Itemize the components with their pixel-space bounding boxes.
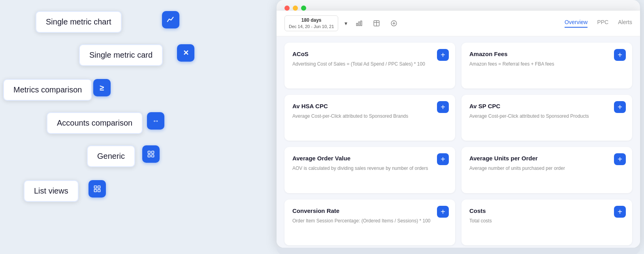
- svg-rect-8: [98, 190, 100, 192]
- metrics-grid: ACoS Advertising Cost of Sales = (Total …: [277, 36, 640, 248]
- metric-title-av-hsa-cpc: Av HSA CPC: [292, 103, 447, 109]
- label-generic[interactable]: Generic: [87, 145, 135, 167]
- accounts-comparison-label: Accounts comparison: [47, 112, 143, 134]
- metrics-comparison-label: Metrics comparison: [3, 79, 92, 101]
- left-panel: Single metric chart Single metric card ✕…: [0, 0, 198, 254]
- metric-desc-costs: Total costs: [469, 217, 624, 224]
- add-av-sp-cpc-button[interactable]: +: [614, 101, 626, 113]
- toolbar: 180 days Dec 14, 20 - Jun 10, 21 ▾: [277, 11, 640, 36]
- list-views-label: List views: [24, 180, 79, 202]
- table-icon[interactable]: [371, 18, 382, 29]
- label-accounts-comparison[interactable]: Accounts comparison ↔: [47, 112, 143, 134]
- svg-rect-4: [152, 155, 154, 157]
- metric-title-amazon-fees: Amazon Fees: [469, 51, 624, 57]
- metric-title-acos: ACoS: [292, 51, 447, 57]
- date-range-picker[interactable]: 180 days Dec 14, 20 - Jun 10, 21: [284, 15, 338, 31]
- metric-card-costs: Costs Total costs +: [461, 199, 632, 245]
- metric-card-av-hsa-cpc: Av HSA CPC Average Cost-per-Click attrib…: [284, 95, 455, 141]
- dropdown-arrow-icon[interactable]: ▾: [345, 20, 347, 26]
- list-views-icon[interactable]: [89, 180, 106, 198]
- tab-ppc[interactable]: PPC: [597, 19, 608, 28]
- add-average-units-per-order-button[interactable]: +: [614, 153, 626, 165]
- svg-rect-5: [94, 186, 97, 188]
- add-average-order-value-button[interactable]: +: [437, 153, 449, 165]
- single-metric-chart-label: Single metric chart: [36, 11, 122, 33]
- svg-rect-11: [361, 21, 362, 26]
- metric-title-av-sp-cpc: Av SP CPC: [469, 103, 624, 109]
- window-close-btn[interactable]: [284, 6, 290, 11]
- svg-rect-3: [148, 155, 151, 157]
- accounts-comparison-icon[interactable]: ↔: [147, 112, 164, 130]
- add-conversion-rate-button[interactable]: +: [437, 206, 449, 218]
- plus-circle-icon[interactable]: [388, 18, 399, 29]
- date-range-days: 180 days: [301, 17, 322, 24]
- label-metrics-comparison[interactable]: Metrics comparison ≥: [3, 79, 92, 101]
- tab-overview[interactable]: Overview: [565, 19, 588, 28]
- generic-icon[interactable]: [142, 145, 160, 163]
- metric-desc-av-sp-cpc: Average Cost-per-Click attributed to Spo…: [469, 113, 624, 120]
- metric-desc-average-order-value: AOV is calculated by dividing sales reve…: [292, 165, 447, 172]
- label-single-metric-card[interactable]: Single metric card ✕: [79, 44, 163, 66]
- svg-rect-7: [94, 190, 97, 192]
- svg-rect-2: [152, 151, 154, 154]
- metric-card-acos: ACoS Advertising Cost of Sales = (Total …: [284, 43, 455, 88]
- svg-rect-9: [357, 23, 358, 26]
- metric-card-average-units-per-order: Average Units per Order Average number o…: [461, 147, 632, 193]
- add-costs-button[interactable]: +: [614, 206, 626, 218]
- metric-title-conversion-rate: Conversion Rate: [292, 207, 447, 214]
- svg-rect-6: [98, 186, 100, 188]
- label-list-views[interactable]: List views: [24, 180, 79, 202]
- browser-bottom-bar: [277, 248, 640, 254]
- svg-rect-1: [148, 151, 151, 154]
- metric-title-costs: Costs: [469, 207, 624, 214]
- add-av-hsa-cpc-button[interactable]: +: [437, 101, 449, 113]
- generic-label: Generic: [87, 145, 135, 167]
- metric-title-average-units-per-order: Average Units per Order: [469, 155, 624, 162]
- metric-desc-amazon-fees: Amazon fees = Referral fees + FBA fees: [469, 60, 624, 68]
- tab-alerts[interactable]: Alerts: [618, 19, 632, 28]
- metric-card-conversion-rate: Conversion Rate Order Item Session Perce…: [284, 199, 455, 245]
- metric-card-average-order-value: Average Order Value AOV is calculated by…: [284, 147, 455, 193]
- window-maximize-btn[interactable]: [301, 6, 306, 11]
- metric-card-amazon-fees: Amazon Fees Amazon fees = Referral fees …: [461, 43, 632, 88]
- single-metric-card-label: Single metric card: [79, 44, 163, 66]
- single-metric-card-icon[interactable]: ✕: [177, 44, 194, 62]
- metric-desc-conversion-rate: Order Item Session Percentage: (Ordered …: [292, 217, 447, 224]
- metric-desc-acos: Advertising Cost of Sales = (Total Ad Sp…: [292, 60, 447, 68]
- date-range-sub: Dec 14, 20 - Jun 10, 21: [289, 24, 334, 29]
- svg-rect-10: [359, 22, 360, 26]
- browser-window: 180 days Dec 14, 20 - Jun 10, 21 ▾: [277, 0, 640, 254]
- add-acos-button[interactable]: +: [437, 49, 449, 61]
- browser-chrome: [277, 0, 640, 11]
- nav-tabs: Overview PPC Alerts: [565, 19, 632, 28]
- metric-desc-av-hsa-cpc: Average Cost-per-Click attributed to Spo…: [292, 113, 447, 120]
- metrics-comparison-icon[interactable]: ≥: [93, 79, 111, 96]
- label-single-metric-chart[interactable]: Single metric chart: [36, 11, 122, 33]
- metric-desc-average-units-per-order: Average number of units purchased per or…: [469, 165, 624, 172]
- single-metric-chart-icon[interactable]: [162, 11, 179, 28]
- metric-card-av-sp-cpc: Av SP CPC Average Cost-per-Click attribu…: [461, 95, 632, 141]
- browser-body: 180 days Dec 14, 20 - Jun 10, 21 ▾: [277, 11, 640, 248]
- metric-title-average-order-value: Average Order Value: [292, 155, 447, 162]
- add-amazon-fees-button[interactable]: +: [614, 49, 626, 61]
- window-minimize-btn[interactable]: [293, 6, 298, 11]
- bar-chart-icon[interactable]: [354, 18, 365, 29]
